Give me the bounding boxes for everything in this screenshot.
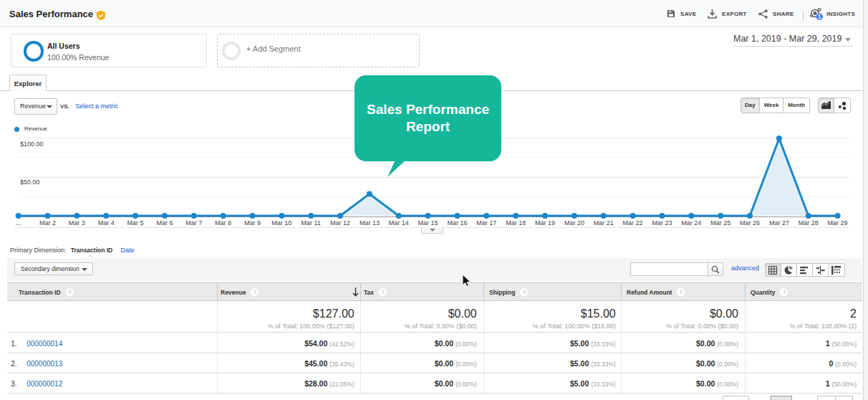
svg-text:Mar 28: Mar 28 <box>799 219 819 227</box>
svg-text:Mar 3: Mar 3 <box>69 219 85 227</box>
svg-text:Mar 17: Mar 17 <box>476 219 496 227</box>
svg-text:Mar 8: Mar 8 <box>215 219 231 227</box>
svg-text:Mar 24: Mar 24 <box>681 219 701 227</box>
svg-text:Mar 29: Mar 29 <box>828 219 848 227</box>
svg-text:$50.00: $50.00 <box>20 178 40 186</box>
svg-text:Mar 9: Mar 9 <box>244 219 261 227</box>
svg-text:Mar 11: Mar 11 <box>302 219 321 227</box>
svg-text:Mar 25: Mar 25 <box>710 219 730 227</box>
svg-text:Mar 19: Mar 19 <box>535 219 555 227</box>
svg-text:1: 1 <box>818 13 821 20</box>
svg-text:Mar 27: Mar 27 <box>769 219 789 227</box>
svg-text:Mar 4: Mar 4 <box>98 219 115 227</box>
svg-text:Mar 13: Mar 13 <box>360 219 380 227</box>
svg-text:Mar 2: Mar 2 <box>39 219 56 227</box>
svg-text:Mar 26: Mar 26 <box>740 219 760 227</box>
svg-text:$100.00: $100.00 <box>20 141 44 148</box>
svg-text:Mar 20: Mar 20 <box>564 219 584 227</box>
svg-text:Mar 14: Mar 14 <box>389 219 409 227</box>
svg-text:Mar 21: Mar 21 <box>594 219 614 227</box>
svg-text:Mar 18: Mar 18 <box>506 219 526 227</box>
svg-text:Mar 23: Mar 23 <box>652 219 672 227</box>
svg-text:Mar 10: Mar 10 <box>271 219 291 227</box>
svg-text:Mar 6: Mar 6 <box>156 219 173 227</box>
svg-text:...: ... <box>16 219 21 227</box>
svg-text:Mar 15: Mar 15 <box>418 219 438 227</box>
svg-text:Mar 5: Mar 5 <box>127 219 143 227</box>
svg-text:Mar 22: Mar 22 <box>623 219 643 227</box>
svg-text:Mar 16: Mar 16 <box>447 219 467 227</box>
svg-text:Mar 12: Mar 12 <box>330 219 350 227</box>
svg-text:Mar 7: Mar 7 <box>185 219 202 227</box>
